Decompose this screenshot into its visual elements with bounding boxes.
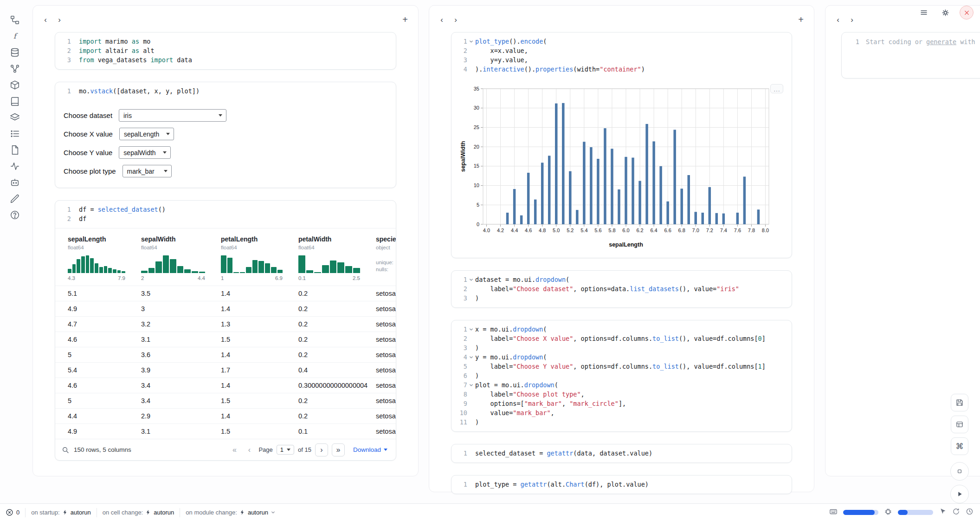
function-icon[interactable]: f [9, 30, 21, 42]
file-tree-icon[interactable] [9, 14, 21, 26]
table-row[interactable]: 4.931.40.2setosa [55, 301, 396, 316]
generate-link[interactable]: generate [926, 38, 956, 46]
add-cell-button[interactable]: + [402, 15, 408, 24]
code-editor[interactable]: 1df = selected_dataset()2df [55, 201, 396, 228]
code-editor[interactable]: 1import marimo as mo2import altair as al… [55, 33, 396, 69]
interrupt-button[interactable] [950, 462, 969, 481]
column-prev-button[interactable]: ‹ [436, 13, 448, 26]
table-cell: 3.4 [141, 397, 221, 404]
on-startup-setting[interactable]: on startup: autorun [31, 509, 91, 516]
menu-icon[interactable] [917, 6, 931, 20]
fold-icon[interactable] [467, 275, 475, 284]
help-icon[interactable] [9, 209, 21, 221]
code-editor[interactable]: 1plot_type().encode(2 x=x.value,3 y=y.va… [451, 33, 792, 78]
prev-page-button[interactable]: ‹ [244, 444, 255, 456]
histogram-bar [192, 271, 198, 273]
pagination: « ‹ Page 1 of 15 › » [229, 443, 345, 456]
code-editor[interactable]: 1plot_type = getattr(alt.Chart(df), plot… [451, 475, 792, 494]
pointer-icon[interactable] [939, 508, 947, 517]
dataset-select[interactable]: iris [119, 109, 226, 122]
table-cell: setosa [376, 320, 396, 328]
outline-icon[interactable] [9, 128, 21, 140]
gutter-spacer [467, 449, 475, 458]
gutter-spacer [467, 362, 475, 371]
column-prev-button[interactable]: ‹ [832, 13, 844, 26]
database-icon[interactable] [9, 46, 21, 59]
table-row[interactable]: 5.43.91.70.4setosa [55, 362, 396, 378]
keyboard-shortcuts-icon[interactable]: ⌘ [951, 437, 968, 455]
close-icon[interactable] [960, 6, 974, 20]
chart-bar [548, 156, 551, 224]
plot-type-select[interactable]: mark_bar [122, 165, 172, 177]
empty-code-cell[interactable]: 1 Start coding or generate with [841, 32, 980, 78]
history-clock-icon[interactable] [966, 508, 974, 517]
column-next-button[interactable]: › [53, 13, 65, 26]
dependency-graph-icon[interactable] [9, 63, 21, 75]
code-editor[interactable]: 1mo.vstack([dataset, x, y, plot]) [55, 82, 396, 100]
fold-icon[interactable] [467, 325, 475, 334]
last-page-button[interactable]: » [332, 443, 345, 456]
download-button[interactable]: Download [353, 446, 387, 453]
svg-text:7.8: 7.8 [748, 228, 755, 233]
run-all-button[interactable] [950, 485, 969, 503]
layers-icon[interactable] [9, 111, 21, 124]
column-next-button[interactable]: › [846, 13, 858, 26]
documentation-icon[interactable] [9, 95, 21, 107]
table-row[interactable]: 53.61.40.2setosa [55, 347, 396, 362]
svg-text:4.6: 4.6 [525, 228, 532, 233]
settings-gear-icon[interactable] [938, 6, 952, 20]
on-module-change-setting[interactable]: on module change: autorun [186, 509, 276, 516]
control-row: Choose datasetiris [64, 109, 387, 122]
fold-icon[interactable] [467, 380, 475, 390]
chart-output[interactable]: … 4.04.24.44.64.85.05.25.45.65.86.06.26.… [451, 78, 792, 258]
page-select[interactable]: 1 [277, 445, 294, 455]
x-value-select[interactable]: sepalLength [119, 128, 174, 140]
code-editor[interactable]: 1dataset = mo.ui.dropdown(2 label="Choos… [451, 271, 792, 307]
on-cell-change-setting[interactable]: on cell change: autorun [103, 509, 174, 516]
column-prev-button[interactable]: ‹ [39, 13, 52, 26]
column-header-sepalLength[interactable]: sepalLengthfloat644.37.9 [68, 235, 141, 281]
column-header-species[interactable]: speciesobjectunique:nulls: [376, 235, 396, 281]
table-row[interactable]: 4.93.11.50.1setosa [55, 423, 396, 439]
package-icon[interactable] [9, 79, 21, 91]
memory-chip-icon[interactable] [884, 508, 892, 518]
next-page-button[interactable]: › [315, 443, 328, 456]
fold-icon[interactable] [467, 352, 475, 362]
histogram-bar [277, 270, 283, 273]
table-row[interactable]: 4.73.21.30.2setosa [55, 316, 396, 332]
refresh-icon[interactable] [952, 508, 960, 517]
tracing-icon[interactable] [9, 160, 21, 172]
fold-icon[interactable] [467, 37, 475, 46]
lightning-icon [145, 509, 151, 515]
column-next-button[interactable]: › [450, 13, 462, 26]
row-count-summary: 150 rows, 5 columns [74, 446, 131, 453]
altair-bar-chart[interactable]: 4.04.24.44.64.85.05.25.45.65.86.06.26.46… [459, 84, 773, 249]
histogram-bar [221, 255, 226, 273]
table-row[interactable]: 4.42.91.40.2setosa [55, 408, 396, 423]
column-header-sepalWidth[interactable]: sepalWidthfloat6424.4 [141, 235, 221, 281]
line-number: 1 [847, 37, 859, 46]
table-cell: 1.4 [221, 305, 298, 313]
table-row[interactable]: 4.63.41.40.30000000000000004setosa [55, 378, 396, 393]
table-row[interactable]: 5.13.51.40.2setosa [55, 286, 396, 301]
scratchpad-pen-icon[interactable] [9, 193, 21, 205]
dataframe-table: sepalLengthfloat644.37.9sepalWidthfloat6… [55, 228, 396, 439]
save-icon[interactable] [951, 394, 968, 411]
chat-bot-icon[interactable] [9, 176, 21, 189]
chart-menu-button[interactable]: … [770, 84, 783, 93]
column-header-petalWidth[interactable]: petalWidthfloat640.12.5 [298, 235, 376, 281]
search-icon[interactable] [62, 446, 69, 454]
y-value-select[interactable]: sepalWidth [119, 146, 171, 159]
table-row[interactable]: 4.63.11.50.2setosa [55, 332, 396, 347]
code-editor[interactable]: 1x = mo.ui.dropdown(2 label="Choose X va… [451, 320, 792, 431]
column-header-petalLength[interactable]: petalLengthfloat6416.9 [221, 235, 298, 281]
first-page-button[interactable]: « [229, 444, 240, 456]
editor-placeholder[interactable]: Start coding or generate with [866, 37, 975, 46]
snippets-icon[interactable] [9, 144, 21, 156]
code-editor[interactable]: 1selected_dataset = getattr(data, datase… [451, 444, 792, 462]
table-row[interactable]: 53.41.50.2setosa [55, 393, 396, 408]
layout-panel-icon[interactable] [951, 416, 968, 433]
errors-indicator[interactable]: 0 [6, 508, 19, 516]
keyboard-icon[interactable] [829, 508, 838, 518]
add-cell-button[interactable]: + [798, 15, 804, 24]
